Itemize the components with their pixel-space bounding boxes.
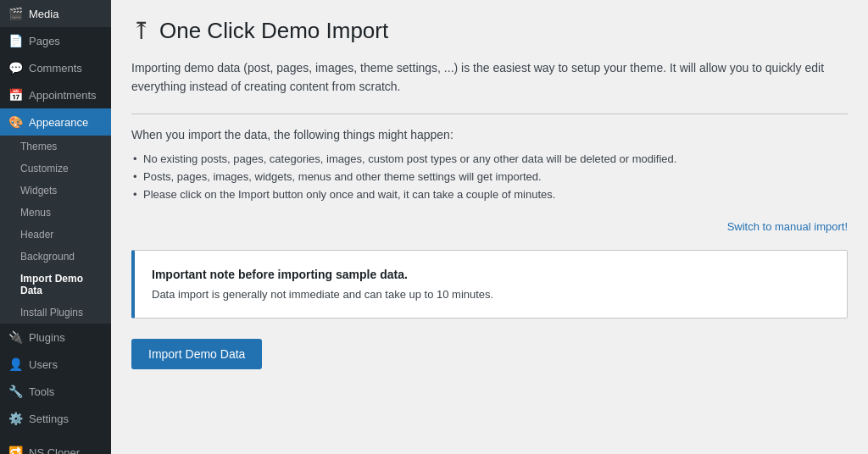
sidebar-item-label: Comments — [29, 62, 82, 75]
page-title-wrap: ⤒ One Click Demo Import — [131, 17, 848, 45]
tools-icon: 🔧 — [8, 385, 22, 398]
sidebar-item-label: Tools — [29, 385, 54, 398]
submenu-import-demo-data[interactable]: Import Demo Data — [0, 268, 111, 302]
appearance-icon: 🎨 — [8, 115, 22, 129]
switch-manual-link-wrap: Switch to manual import! — [131, 220, 848, 233]
bullet-list: No existing posts, pages, categories, im… — [131, 150, 848, 203]
submenu-background[interactable]: Background — [0, 246, 111, 268]
sidebar-item-appearance[interactable]: 🎨 Appearance — [0, 108, 111, 136]
sidebar-item-label: Appointments — [29, 89, 97, 102]
sidebar: 🎬 Media 📄 Pages 💬 Comments 📅 Appointment… — [0, 0, 111, 454]
switch-manual-link[interactable]: Switch to manual import! — [727, 220, 848, 233]
when-import-title: When you import the data, the following … — [131, 128, 848, 141]
submenu-customize[interactable]: Customize — [0, 158, 111, 180]
page-title: One Click Demo Import — [159, 18, 388, 44]
sidebar-item-label: Users — [29, 358, 58, 371]
note-body: Data import is generally not immediate a… — [152, 288, 830, 301]
ns-cloner-icon: 🔁 — [8, 446, 22, 454]
appearance-submenu: Themes Customize Widgets Menus Header Ba… — [0, 136, 111, 324]
sidebar-item-label: Plugins — [29, 331, 65, 344]
sidebar-item-settings[interactable]: ⚙️ Settings — [0, 405, 111, 432]
sidebar-item-label: Pages — [29, 35, 60, 47]
submenu-themes[interactable]: Themes — [0, 136, 111, 158]
sidebar-item-users[interactable]: 👤 Users — [0, 351, 111, 378]
page-description: Importing demo data (post, pages, images… — [131, 58, 826, 97]
sidebar-item-pages[interactable]: 📄 Pages — [0, 27, 111, 54]
pages-icon: 📄 — [8, 34, 22, 47]
submenu-header[interactable]: Header — [0, 224, 111, 246]
when-import-section: When you import the data, the following … — [131, 128, 848, 203]
sidebar-item-plugins[interactable]: 🔌 Plugins — [0, 324, 111, 351]
sidebar-item-appointments[interactable]: 📅 Appointments — [0, 81, 111, 108]
sidebar-item-comments[interactable]: 💬 Comments — [0, 54, 111, 81]
bullet-item-1: No existing posts, pages, categories, im… — [131, 150, 848, 168]
sidebar-item-label: Settings — [29, 412, 69, 425]
import-demo-data-button[interactable]: Import Demo Data — [131, 339, 262, 369]
upload-icon: ⤒ — [131, 17, 151, 45]
comments-icon: 💬 — [8, 61, 22, 75]
sidebar-item-label: Appearance — [29, 116, 88, 129]
sidebar-item-ns-cloner[interactable]: 🔁 NS Cloner — [0, 439, 111, 454]
submenu-menus[interactable]: Menus — [0, 202, 111, 224]
sidebar-item-tools[interactable]: 🔧 Tools — [0, 378, 111, 405]
section-divider-1 — [131, 114, 848, 114]
bullet-item-3: Please click on the Import button only o… — [131, 185, 848, 203]
submenu-install-plugins[interactable]: Install Plugins — [0, 302, 111, 324]
main-content: ⤒ One Click Demo Import Importing demo d… — [111, 0, 868, 454]
submenu-widgets[interactable]: Widgets — [0, 180, 111, 202]
note-title: Important note before importing sample d… — [152, 268, 830, 281]
note-box: Important note before importing sample d… — [131, 250, 848, 318]
media-icon: 🎬 — [8, 7, 22, 20]
sidebar-item-media[interactable]: 🎬 Media — [0, 0, 111, 27]
plugins-icon: 🔌 — [8, 330, 22, 344]
users-icon: 👤 — [8, 357, 22, 371]
bullet-item-2: Posts, pages, images, widgets, menus and… — [131, 168, 848, 185]
sidebar-item-label: NS Cloner — [29, 446, 80, 455]
settings-icon: ⚙️ — [8, 412, 22, 425]
appointments-icon: 📅 — [8, 88, 22, 102]
sidebar-item-label: Media — [29, 8, 58, 20]
